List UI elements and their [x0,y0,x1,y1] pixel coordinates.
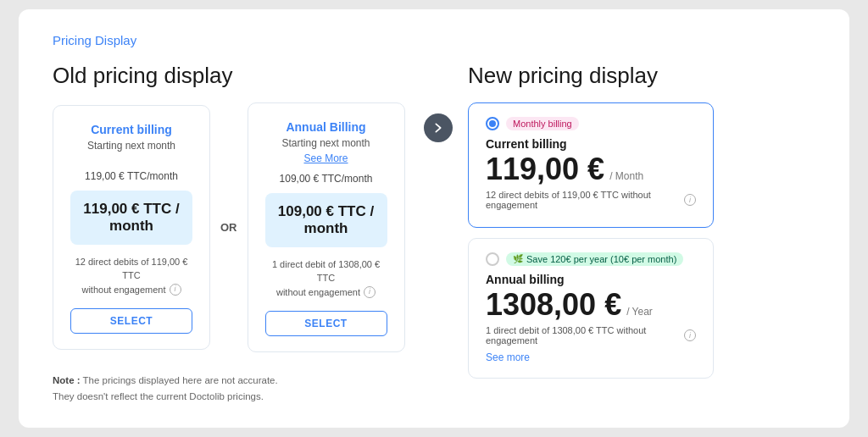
old-annual-card: Annual Billing Starting next month See M… [248,102,405,353]
new-annual-radio-row: 🌿 Save 120€ per year (10€ per month) [486,252,696,266]
radio-dot [489,120,496,127]
old-monthly-subtitle: Starting next month [87,140,175,152]
old-annual-desc: 1 direct debit of 1308,00 € TTC without … [265,257,387,300]
old-monthly-price-box: 119,00 € TTC / month [70,191,192,245]
old-annual-price-small: 109,00 € TTC/month [280,173,373,185]
arrow-right-icon [431,121,445,135]
old-section: Old pricing display Current billing Star… [53,63,409,404]
new-annual-debit: 1 direct debit of 1308,00 € TTC without … [486,325,696,346]
annual-info-icon: i [364,286,376,298]
old-annual-select-button[interactable]: SELECT [265,311,387,336]
note-bold: Note : [53,375,81,385]
monthly-info-icon: i [170,284,181,296]
old-monthly-price-small: 119,00 € TTC/month [85,170,178,182]
or-label: OR [220,221,237,234]
note: Note : The pricings displayed here are n… [53,373,409,404]
sections-wrapper: Old pricing display Current billing Star… [53,63,815,404]
new-annual-label: Annual billing [486,273,696,286]
new-section: New pricing display Monthly billing Curr… [468,63,815,379]
new-monthly-radio[interactable] [486,117,499,130]
new-annual-price: 1308,00 € [486,290,621,320]
new-monthly-period: / Month [609,170,643,182]
old-section-heading: Old pricing display [53,63,409,89]
new-monthly-radio-row: Monthly billing [486,117,696,130]
new-monthly-info-icon: i [684,194,696,206]
old-annual-see-more[interactable]: See More [303,152,348,164]
new-monthly-badge: Monthly billing [506,117,579,130]
new-cards-col: Monthly billing Current billing 119,00 €… [468,102,815,379]
new-monthly-price-row: 119,00 € / Month [486,154,696,185]
new-monthly-debit: 12 direct debits of 119,00 € TTC without… [486,190,696,210]
new-monthly-price: 119,00 € [486,154,604,185]
new-annual-info-icon: i [684,329,696,341]
old-monthly-select-button[interactable]: SELECT [70,308,192,334]
new-annual-badge: 🌿 Save 120€ per year (10€ per month) [506,252,683,266]
new-annual-radio[interactable] [486,252,499,266]
old-cards-row: Current billing Starting next month 119,… [53,102,409,353]
arrow-circle [424,113,453,142]
new-annual-see-more[interactable]: See more [486,351,530,363]
old-annual-subtitle: Starting next month [281,137,370,149]
new-section-heading: New pricing display [468,63,815,89]
leaf-icon: 🌿 [513,254,523,263]
new-annual-card[interactable]: 🌿 Save 120€ per year (10€ per month) Ann… [468,238,714,379]
old-annual-price-box: 109,00 € TTC / month [265,193,387,247]
page-container: Pricing Display Old pricing display Curr… [19,9,849,428]
new-annual-price-row: 1308,00 € / Year [486,290,696,320]
old-monthly-card: Current billing Starting next month 119,… [53,105,210,351]
new-monthly-card[interactable]: Monthly billing Current billing 119,00 €… [468,102,714,228]
old-monthly-heading: Current billing [91,123,172,136]
new-monthly-label: Current billing [486,137,696,151]
old-monthly-desc: 12 direct debits of 119,00 € TTC without… [70,255,192,297]
new-annual-period: / Year [626,306,653,318]
page-title: Pricing Display [53,33,815,47]
old-annual-heading: Annual Billing [286,120,365,134]
